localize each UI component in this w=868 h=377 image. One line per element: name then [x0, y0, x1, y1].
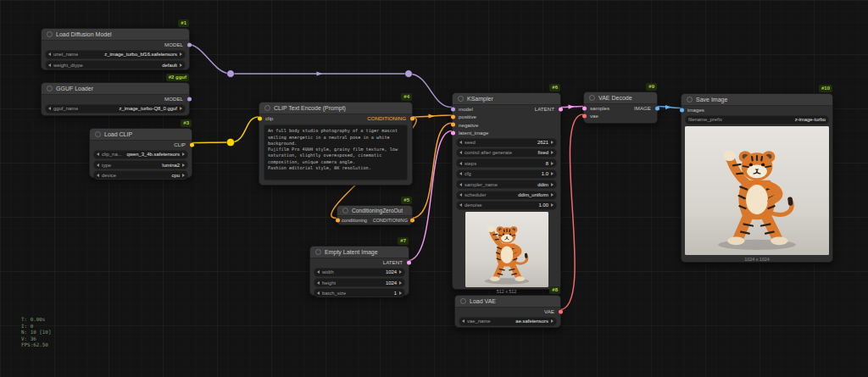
collapse-icon[interactable] — [95, 131, 101, 137]
increment-arrow-icon[interactable] — [399, 281, 402, 285]
decrement-arrow-icon[interactable] — [317, 281, 320, 285]
collapse-icon[interactable] — [315, 249, 321, 255]
node-title-bar[interactable]: Load CLIP — [90, 129, 192, 141]
node-title-bar[interactable]: GGUF Loader — [42, 83, 189, 95]
type-widget[interactable]: type lumina2 — [93, 160, 188, 169]
increment-arrow-icon[interactable] — [399, 291, 402, 295]
increment-arrow-icon[interactable] — [551, 172, 554, 175]
decrement-arrow-icon[interactable] — [459, 193, 462, 197]
sampler-name-widget[interactable]: sampler_name ddim — [456, 180, 557, 189]
samples-input-socket[interactable] — [582, 106, 587, 110]
node-conditioning-zero-out[interactable]: #5 ConditioningZeroOut conditioning COND… — [337, 205, 413, 225]
increment-arrow-icon[interactable] — [180, 107, 182, 110]
steps-widget[interactable]: steps 8 — [456, 158, 557, 168]
vae-name-widget[interactable]: vae_name ae.safetensors — [459, 317, 557, 326]
increment-arrow-icon[interactable] — [551, 141, 554, 144]
increment-arrow-icon[interactable] — [180, 64, 182, 67]
latent-output-socket[interactable] — [407, 260, 411, 264]
decrement-arrow-icon[interactable] — [97, 152, 99, 156]
decrement-arrow-icon[interactable] — [48, 107, 51, 110]
clip-output-socket[interactable] — [190, 142, 194, 147]
decrement-arrow-icon[interactable] — [317, 270, 320, 274]
unet-name-widget[interactable]: unet_name z_image_turbo_bf16.safetensors — [45, 50, 186, 59]
conditioning-input-socket[interactable] — [336, 218, 340, 222]
node-ksampler[interactable]: #6 KSampler model LATENT positive negati… — [452, 92, 561, 290]
reroute-node[interactable] — [226, 138, 234, 146]
node-title-bar[interactable]: ConditioningZeroOut — [337, 206, 412, 216]
latent-output-socket[interactable] — [559, 107, 563, 111]
node-title-bar[interactable]: Load VAE — [455, 296, 560, 308]
node-load-vae[interactable]: #8 Load VAE VAE vae_name ae.safetensors — [454, 295, 561, 328]
model-output-socket[interactable] — [187, 97, 192, 101]
reroute-node[interactable] — [227, 70, 235, 78]
increment-arrow-icon[interactable] — [399, 270, 402, 274]
conditioning-output-socket[interactable] — [410, 218, 415, 222]
increment-arrow-icon[interactable] — [551, 203, 554, 207]
model-input-socket[interactable] — [451, 107, 455, 111]
clip-input-socket[interactable] — [258, 116, 262, 120]
decrement-arrow-icon[interactable] — [97, 164, 99, 167]
height-widget[interactable]: height 1024 — [314, 278, 405, 287]
node-gguf-loader[interactable]: #2 gguf GGUF Loader MODEL gguf_name z_im… — [41, 82, 190, 116]
control-after-generate-widget[interactable]: control after generate fixed — [456, 148, 557, 158]
node-title-bar[interactable]: Save Image — [682, 94, 832, 106]
node-empty-latent-image[interactable]: #7 Empty Latent Image LATENT width 1024 … — [309, 246, 409, 296]
image-output-socket[interactable] — [655, 106, 659, 110]
node-load-clip[interactable]: #3 Load CLIP CLIP clip_na... qwen_3_4b.s… — [89, 128, 192, 178]
increment-arrow-icon[interactable] — [182, 174, 185, 177]
collapse-icon[interactable] — [342, 208, 348, 213]
negative-input-socket[interactable] — [451, 123, 455, 127]
decrement-arrow-icon[interactable] — [459, 151, 462, 154]
cfg-widget[interactable]: cfg 1.0 — [456, 169, 557, 179]
positive-input-socket[interactable] — [451, 114, 455, 119]
increment-arrow-icon[interactable] — [551, 183, 554, 186]
collapse-icon[interactable] — [460, 298, 466, 304]
collapse-icon[interactable] — [589, 95, 595, 101]
increment-arrow-icon[interactable] — [551, 151, 554, 154]
decrement-arrow-icon[interactable] — [459, 183, 462, 186]
increment-arrow-icon[interactable] — [182, 152, 185, 156]
device-widget[interactable]: device cpu — [93, 170, 188, 180]
decrement-arrow-icon[interactable] — [459, 141, 462, 144]
decrement-arrow-icon[interactable] — [459, 203, 462, 207]
decrement-arrow-icon[interactable] — [48, 53, 51, 56]
increment-arrow-icon[interactable] — [182, 164, 185, 167]
node-vae-decode[interactable]: #9 VAE Decode samples IMAGE vae — [583, 91, 658, 124]
saved-image-preview[interactable] — [685, 126, 829, 255]
collapse-icon[interactable] — [687, 97, 693, 103]
clip-name-widget[interactable]: clip_na... qwen_3_4b.safetensors — [93, 150, 188, 159]
scheduler-widget[interactable]: scheduler ddim_uniform — [456, 191, 557, 200]
increment-arrow-icon[interactable] — [551, 193, 554, 197]
increment-arrow-icon[interactable] — [551, 319, 554, 323]
node-title-bar[interactable]: CLIP Text Encode (Prompt) — [259, 103, 412, 114]
denoise-widget[interactable]: denoise 1.00 — [456, 201, 557, 210]
collapse-icon[interactable] — [47, 31, 53, 37]
decrement-arrow-icon[interactable] — [317, 291, 320, 295]
gguf-name-widget[interactable]: gguf_name z_image_turbo-Q8_0.gguf — [45, 104, 186, 114]
collapse-icon[interactable] — [47, 86, 53, 91]
node-title-bar[interactable]: KSampler — [453, 93, 560, 105]
decrement-arrow-icon[interactable] — [459, 162, 462, 165]
latent-image-input-socket[interactable] — [451, 130, 455, 135]
width-widget[interactable]: width 1024 — [314, 268, 405, 277]
node-clip-text-encode[interactable]: #4 CLIP Text Encode (Prompt) clip CONDIT… — [259, 102, 413, 186]
collapse-icon[interactable] — [264, 105, 270, 111]
decrement-arrow-icon[interactable] — [462, 319, 465, 323]
node-title-bar[interactable]: VAE Decode — [584, 92, 657, 104]
decrement-arrow-icon[interactable] — [97, 174, 99, 177]
node-title-bar[interactable]: Empty Latent Image — [310, 247, 409, 258]
node-graph-canvas[interactable]: #1 Load Diffusion Model MODEL unet_name … — [0, 0, 868, 377]
reroute-node[interactable] — [405, 70, 413, 78]
collapse-icon[interactable] — [458, 96, 464, 102]
increment-arrow-icon[interactable] — [180, 53, 182, 56]
conditioning-output-socket[interactable] — [410, 116, 415, 120]
seed-widget[interactable]: seed 2621 — [456, 138, 557, 147]
vae-output-socket[interactable] — [559, 309, 563, 313]
prompt-textarea[interactable]: An full body studio photography of a tig… — [264, 125, 408, 180]
batch-size-widget[interactable]: batch_size 1 — [314, 288, 405, 297]
decrement-arrow-icon[interactable] — [48, 64, 51, 67]
images-input-socket[interactable] — [680, 108, 684, 112]
weight-dtype-widget[interactable]: weight_dtype default — [45, 60, 186, 69]
node-title-bar[interactable]: Load Diffusion Model — [42, 29, 189, 41]
decrement-arrow-icon[interactable] — [459, 172, 462, 175]
